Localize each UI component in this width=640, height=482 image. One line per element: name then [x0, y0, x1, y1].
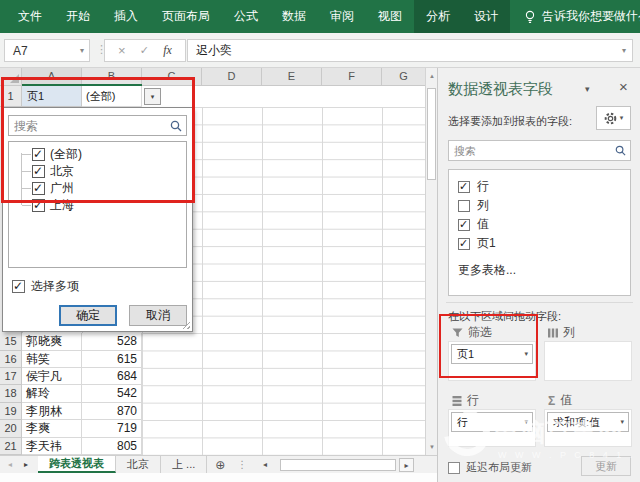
cell-name[interactable]: 李朋林: [22, 403, 82, 420]
filter-search-input[interactable]: [9, 119, 170, 133]
row-header[interactable]: 15: [0, 333, 22, 350]
checkbox[interactable]: [458, 219, 470, 231]
row-header[interactable]: 19: [0, 403, 22, 420]
column-header-c[interactable]: C: [142, 68, 202, 85]
field-item-value[interactable]: 值: [458, 215, 621, 234]
field-item-column[interactable]: 列: [458, 196, 621, 215]
cell-value[interactable]: 528: [82, 333, 142, 350]
values-drop-zone[interactable]: 求和项:值 ▾: [544, 409, 632, 447]
cell-a1-page-field[interactable]: 页1: [22, 86, 82, 107]
ribbon-tab-design[interactable]: 设计: [462, 0, 510, 33]
ribbon-tab-home[interactable]: 开始: [54, 0, 102, 33]
cell-value[interactable]: 805: [82, 438, 142, 455]
checkbox[interactable]: [32, 165, 45, 178]
row-header[interactable]: 21: [0, 438, 22, 455]
checkbox[interactable]: [32, 182, 45, 195]
formula-input[interactable]: 迟小奕 ▾: [187, 39, 633, 62]
checkbox[interactable]: [458, 238, 470, 250]
cell-value[interactable]: 719: [82, 420, 142, 437]
ribbon-tab-view[interactable]: 视图: [366, 0, 414, 33]
select-multiple-toggle[interactable]: 选择多项: [12, 278, 79, 295]
filters-drop-zone[interactable]: 页1 ▾: [448, 341, 536, 381]
scroll-left-icon[interactable]: ◂: [263, 460, 267, 469]
horizontal-scrollbar[interactable]: [280, 459, 396, 471]
values-field-sum[interactable]: 求和项:值 ▾: [547, 412, 629, 432]
field-item-page1[interactable]: 页1: [458, 234, 621, 253]
checkbox[interactable]: [12, 280, 25, 293]
cell-name[interactable]: 侯宇凡: [22, 368, 82, 385]
field-item-row[interactable]: 行: [458, 177, 621, 196]
insert-function-icon[interactable]: fx: [163, 43, 172, 58]
rows-drop-zone[interactable]: 行 ▾: [448, 409, 536, 447]
next-sheet-icon[interactable]: ▸: [24, 460, 28, 469]
cell-name[interactable]: 李天祎: [22, 438, 82, 455]
cancel-entry-icon[interactable]: ×: [118, 43, 126, 58]
expand-formula-bar-icon[interactable]: ▾: [622, 46, 632, 55]
filter-item-shanghai[interactable]: 上海: [9, 197, 186, 214]
columns-drop-zone[interactable]: [544, 341, 632, 381]
cell-name[interactable]: 郭晓爽: [22, 333, 82, 350]
ribbon-tab-data[interactable]: 数据: [270, 0, 318, 33]
cell-name[interactable]: 韩笑: [22, 351, 82, 368]
checkbox[interactable]: [458, 200, 470, 212]
tools-button[interactable]: ▾: [596, 106, 631, 130]
row-header[interactable]: 18: [0, 385, 22, 402]
chevron-down-icon[interactable]: ▾: [524, 350, 532, 358]
scroll-right-icon[interactable]: ▸: [399, 458, 414, 472]
ribbon-tab-review[interactable]: 审阅: [318, 0, 366, 33]
checkbox[interactable]: [458, 181, 470, 193]
filters-field-page1[interactable]: 页1 ▾: [451, 344, 533, 364]
cell-value[interactable]: 684: [82, 368, 142, 385]
chevron-down-icon[interactable]: ▾: [620, 418, 628, 426]
row-header-1[interactable]: 1: [0, 86, 22, 107]
cancel-button[interactable]: 取消: [129, 305, 187, 326]
chevron-down-icon[interactable]: ▾: [524, 418, 532, 426]
select-all-corner[interactable]: [0, 68, 22, 85]
cell-name[interactable]: 李爽: [22, 420, 82, 437]
filter-search-box[interactable]: [8, 115, 187, 136]
cell-value[interactable]: 870: [82, 403, 142, 420]
ribbon-tab-file[interactable]: 文件: [6, 0, 54, 33]
ribbon-tab-page-layout[interactable]: 页面布局: [150, 0, 222, 33]
ok-button[interactable]: 确定: [59, 305, 117, 326]
ribbon-tab-formulas[interactable]: 公式: [222, 0, 270, 33]
sheet-tab-truncated[interactable]: 上 ...: [161, 456, 207, 473]
column-header-g[interactable]: G: [382, 68, 425, 85]
vertical-scrollbar[interactable]: ▲ ▼: [425, 68, 437, 455]
cell-name[interactable]: 解玲: [22, 385, 82, 402]
prev-sheet-icon[interactable]: ◂: [8, 460, 12, 469]
pane-options-icon[interactable]: ▾: [585, 84, 590, 94]
new-sheet-icon[interactable]: ⊕: [207, 456, 233, 473]
sheet-tab-beijing[interactable]: 北京: [116, 456, 161, 473]
tell-me-box[interactable]: 告诉我你想要做什么: [524, 8, 640, 25]
row-header[interactable]: 17: [0, 368, 22, 385]
ribbon-tab-insert[interactable]: 插入: [102, 0, 150, 33]
rows-field-row[interactable]: 行 ▾: [451, 412, 533, 432]
cell-value[interactable]: 615: [82, 351, 142, 368]
row-header[interactable]: 16: [0, 351, 22, 368]
fields-search-box[interactable]: [448, 140, 631, 161]
column-header-f[interactable]: F: [322, 68, 382, 85]
more-tables-link[interactable]: 更多表格...: [458, 262, 621, 279]
checkbox[interactable]: [32, 199, 45, 212]
column-header-a[interactable]: A: [22, 68, 82, 85]
sheet-tab-pivot[interactable]: 跨表透视表: [38, 456, 116, 473]
chevron-down-icon[interactable]: ▾: [80, 46, 89, 55]
column-header-e[interactable]: E: [262, 68, 322, 85]
page-filter-dropdown-button[interactable]: ▾: [144, 88, 161, 105]
filter-item-beijing[interactable]: 北京: [9, 163, 186, 180]
name-box[interactable]: A7 ▾: [4, 39, 90, 62]
vertical-scrollbar-thumb[interactable]: [427, 88, 436, 180]
checkbox[interactable]: [448, 462, 460, 474]
fields-search-input[interactable]: [449, 145, 615, 157]
column-header-d[interactable]: D: [202, 68, 262, 85]
cell-b1-page-value[interactable]: (全部): [82, 86, 142, 107]
ribbon-tab-analyze[interactable]: 分析: [414, 0, 462, 33]
defer-layout-toggle[interactable]: 延迟布局更新: [448, 460, 532, 475]
row-header[interactable]: 20: [0, 420, 22, 437]
filter-item-guangzhou[interactable]: 广州: [9, 180, 186, 197]
filter-item-all[interactable]: (全部): [9, 146, 186, 163]
close-icon[interactable]: ×: [619, 78, 628, 95]
column-header-b[interactable]: B: [82, 68, 142, 85]
checkbox[interactable]: [32, 148, 45, 161]
